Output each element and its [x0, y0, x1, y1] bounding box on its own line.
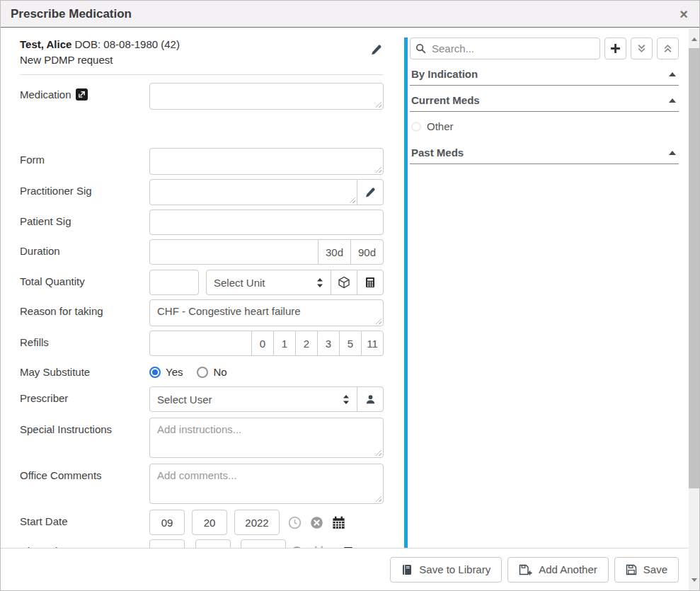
collapse-arrow-icon[interactable]: [669, 98, 676, 103]
reason-label: Reason for taking: [20, 299, 149, 317]
patient-header: Test, Alice DOB: 08-08-1980 (42) New PDM…: [20, 37, 384, 75]
section-current-meds[interactable]: Current Meds: [410, 86, 679, 112]
duration-90d-button[interactable]: 90d: [350, 239, 384, 265]
special-instructions-input[interactable]: Add instructions...: [149, 418, 384, 458]
refills-5-button[interactable]: 5: [339, 331, 362, 356]
resize-grip-icon[interactable]: [375, 166, 381, 173]
select-user-button[interactable]: [357, 386, 384, 412]
dialog-footer: Save to Library Add Another Save: [1, 548, 689, 590]
section-label: Current Meds: [411, 94, 480, 106]
office-comments-row: Office Comments Add comments...: [20, 464, 384, 504]
vertical-scrollbar[interactable]: [689, 28, 699, 590]
radio-unselected-icon[interactable]: [197, 367, 208, 378]
section-by-indication[interactable]: By Indication: [410, 59, 679, 86]
resize-grip-icon[interactable]: [375, 495, 381, 502]
start-year-input[interactable]: [234, 510, 280, 535]
chevron-double-up-icon: [663, 44, 672, 53]
section-past-meds[interactable]: Past Meds: [410, 142, 679, 164]
user-icon: [365, 394, 376, 405]
close-icon[interactable]: ×: [679, 7, 688, 21]
resize-grip-icon[interactable]: [375, 101, 381, 108]
prescriber-select[interactable]: Select User: [149, 386, 357, 412]
edit-sig-pencil-button[interactable]: [357, 179, 384, 205]
collapse-all-button[interactable]: [631, 38, 653, 59]
search-input[interactable]: [410, 38, 600, 59]
scroll-up-arrow-icon[interactable]: [689, 30, 699, 48]
expand-all-button[interactable]: [657, 38, 679, 59]
special-instructions-label: Special Instructions: [20, 418, 149, 435]
reason-input[interactable]: CHF - Congestive heart failure: [149, 299, 384, 326]
edit-patient-pencil-icon[interactable]: [370, 44, 382, 56]
refills-2-button[interactable]: 2: [295, 331, 318, 356]
substitute-yes-radio[interactable]: Yes: [149, 366, 183, 378]
substitute-no-radio[interactable]: No: [197, 366, 226, 378]
package-lookup-button[interactable]: [331, 270, 357, 295]
save-icon: [626, 564, 637, 575]
search-icon: [415, 43, 426, 54]
quantity-input[interactable]: [149, 270, 199, 295]
section-label: Past Meds: [411, 147, 464, 159]
refills-label: Refills: [20, 331, 149, 348]
patient-name: Test, Alice: [20, 38, 71, 50]
pdmp-request-link[interactable]: New PDMP request: [20, 52, 384, 68]
scroll-down-arrow-icon[interactable]: [689, 570, 699, 589]
form-input[interactable]: [149, 148, 384, 175]
calendar-picker-icon[interactable]: [332, 516, 345, 529]
list-item-label: Other: [427, 120, 454, 132]
resize-grip-icon[interactable]: [349, 197, 355, 203]
practitioner-sig-input[interactable]: [149, 179, 357, 205]
duration-input[interactable]: [149, 239, 319, 265]
add-another-button[interactable]: Add Another: [507, 557, 609, 583]
collapse-arrow-icon[interactable]: [669, 72, 676, 76]
save-button[interactable]: Save: [614, 557, 679, 583]
clear-date-icon[interactable]: [310, 516, 323, 529]
refills-1-button[interactable]: 1: [273, 331, 296, 356]
unit-select[interactable]: Select Unit: [206, 270, 331, 295]
office-comments-input[interactable]: Add comments...: [149, 464, 384, 504]
quantity-calculator-button[interactable]: [357, 270, 384, 295]
prescriber-row: Prescriber Select User: [20, 386, 384, 412]
refills-3-button[interactable]: 3: [317, 331, 340, 356]
search-row: [410, 38, 679, 59]
resize-grip-icon[interactable]: [375, 318, 381, 324]
duration-label: Duration: [20, 239, 149, 257]
caret-updown-icon: [316, 278, 323, 287]
current-meds-other-option[interactable]: Other: [410, 112, 679, 142]
duration-30d-button[interactable]: 30d: [318, 239, 351, 265]
set-time-clock-icon[interactable]: [288, 516, 302, 529]
section-label: By Indication: [411, 68, 478, 80]
start-day-input[interactable]: [192, 510, 227, 535]
reason-value: CHF - Congestive heart failure: [157, 305, 301, 317]
patient-sig-label: Patient Sig: [20, 210, 149, 227]
resize-grip-icon[interactable]: [375, 449, 381, 456]
save-to-library-button[interactable]: Save to Library: [390, 557, 502, 583]
button-label: Save to Library: [419, 563, 490, 575]
reason-row: Reason for taking CHF - Congestive heart…: [20, 299, 384, 326]
add-medication-button[interactable]: [604, 38, 626, 59]
book-icon: [401, 564, 413, 575]
scrollbar-thumb[interactable]: [689, 48, 699, 488]
medication-input[interactable]: [149, 83, 384, 110]
radio-unselected-icon[interactable]: [411, 122, 421, 132]
may-substitute-row: May Substitute Yes No: [20, 366, 384, 378]
refills-11-button[interactable]: 11: [361, 331, 384, 356]
chevron-double-down-icon: [637, 44, 646, 53]
plus-icon: [610, 43, 621, 54]
start-month-input[interactable]: [149, 510, 185, 535]
refills-input[interactable]: [149, 331, 252, 356]
patient-sig-row: Patient Sig: [20, 210, 384, 235]
substitute-yes-label: Yes: [166, 366, 183, 378]
save-plus-icon: [519, 564, 532, 575]
practitioner-sig-row: Practitioner Sig: [20, 179, 384, 205]
medication-label-wrap: Medication: [20, 83, 149, 101]
collapse-arrow-icon[interactable]: [669, 151, 676, 155]
patient-sig-input[interactable]: [149, 210, 384, 235]
may-substitute-label: May Substitute: [20, 366, 149, 378]
prescriber-label: Prescriber: [20, 386, 149, 404]
total-quantity-label: Total Quantity: [20, 270, 149, 287]
radio-selected-icon[interactable]: [149, 367, 161, 378]
start-date-row: Start Date: [20, 510, 384, 535]
office-comments-label: Office Comments: [20, 464, 149, 481]
external-link-icon[interactable]: [76, 88, 88, 101]
refills-0-button[interactable]: 0: [251, 331, 274, 356]
